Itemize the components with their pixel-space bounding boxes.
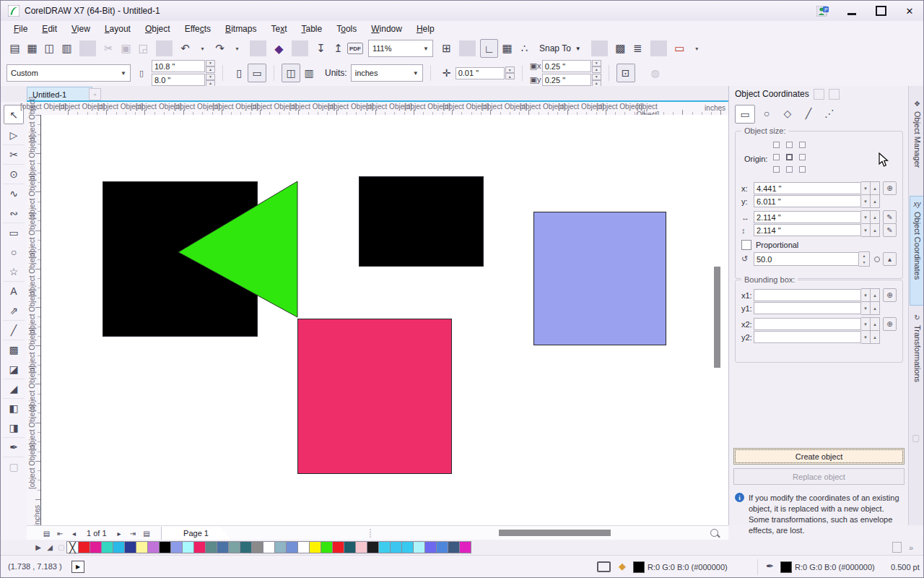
- spin-down-icon[interactable]: ▼: [861, 210, 871, 224]
- y1-field[interactable]: [754, 302, 861, 314]
- swatch-color[interactable]: [309, 541, 321, 553]
- spin-up-icon[interactable]: ▲: [871, 301, 880, 315]
- undo-dropdown-icon[interactable]: ▾: [194, 40, 211, 57]
- swatch-color[interactable]: [355, 541, 367, 553]
- menu-effects[interactable]: Effects: [178, 22, 218, 36]
- page-width-spinner[interactable]: ▼▲: [206, 60, 215, 73]
- swatch-color[interactable]: [170, 541, 183, 553]
- tab-object-coordinates[interactable]: xy Object Coordinates: [910, 196, 924, 306]
- spin-down-icon[interactable]: ▼: [861, 194, 871, 208]
- drag-handle-icon[interactable]: ┊: [368, 529, 373, 538]
- spin-down-icon[interactable]: ▼: [861, 330, 871, 344]
- menu-view[interactable]: View: [64, 22, 97, 36]
- toolbar-separator[interactable]: [250, 40, 266, 56]
- freehand-tool[interactable]: ∿: [4, 184, 23, 202]
- swatch-color[interactable]: [274, 541, 287, 553]
- swatch-color[interactable]: [448, 541, 460, 553]
- spin-up-icon[interactable]: ▲: [871, 223, 880, 237]
- toolbar-separator[interactable]: [156, 40, 173, 56]
- snap-to-dropdown[interactable]: Snap To ▼: [533, 43, 587, 53]
- edit-width-icon[interactable]: ✎: [883, 210, 897, 224]
- welcome-screen-icon[interactable]: ▭: [671, 40, 688, 57]
- duplicate-y-spinner[interactable]: ▼▲: [592, 74, 601, 87]
- interactive-fill-tool[interactable]: ◧: [4, 399, 23, 417]
- swatch-color[interactable]: [240, 541, 252, 553]
- zoom-indicator-icon[interactable]: [710, 529, 718, 537]
- nudge-distance-field[interactable]: 0.01 ": [456, 67, 505, 79]
- welcome-dropdown-icon[interactable]: ▾: [689, 40, 705, 57]
- docker-flyout-icon[interactable]: [814, 89, 824, 100]
- black-rectangle-2[interactable]: [359, 176, 484, 267]
- swatch-color[interactable]: [378, 541, 391, 553]
- spin-up-icon[interactable]: ▲: [871, 288, 880, 302]
- menu-edit[interactable]: Edit: [35, 22, 64, 36]
- document-color-settings-icon[interactable]: [597, 561, 611, 572]
- duplicate-x-spinner[interactable]: ▼▲: [592, 60, 601, 73]
- swatch-color[interactable]: [101, 541, 113, 553]
- swatch-color[interactable]: [413, 541, 425, 553]
- swatch-color[interactable]: [136, 541, 148, 553]
- export-icon[interactable]: ↥: [330, 40, 346, 57]
- spin-up-icon[interactable]: ▲: [871, 181, 880, 195]
- spin-up-icon[interactable]: ▲: [871, 210, 880, 224]
- swatch-color[interactable]: [344, 541, 356, 553]
- spin-up-icon[interactable]: ▲: [871, 330, 880, 344]
- specify-point-icon[interactable]: ⊕: [883, 317, 897, 331]
- menu-tools[interactable]: Tools: [329, 22, 364, 36]
- swatch-color[interactable]: [147, 541, 160, 553]
- spin-down-icon[interactable]: ▼: [861, 288, 871, 302]
- coord-polygon-icon[interactable]: ◇: [778, 105, 797, 122]
- y2-field[interactable]: [754, 331, 861, 343]
- edit-fill-tool[interactable]: ▢: [4, 457, 23, 475]
- outline-pen-tool[interactable]: ✒: [4, 438, 23, 456]
- palette-options-icon[interactable]: [892, 542, 902, 553]
- artistic-media-tool[interactable]: ∾: [4, 204, 23, 222]
- spin-up-icon[interactable]: ▲: [871, 194, 880, 208]
- coord-multipoint-icon[interactable]: ⋰: [820, 105, 839, 122]
- horizontal-ruler[interactable]: [object Object][object Object][object Ob…: [40, 102, 728, 116]
- status-expand-icon[interactable]: ▶: [71, 561, 84, 573]
- duplicate-x-field[interactable]: 0.25 ": [542, 60, 591, 72]
- last-page-icon[interactable]: ⇥: [126, 527, 140, 540]
- first-page-icon[interactable]: ⇤: [53, 527, 67, 540]
- swatch-color[interactable]: [401, 541, 414, 553]
- width-field[interactable]: 2.114 ": [754, 211, 861, 223]
- nudge-spinner[interactable]: ▼▲: [505, 66, 515, 79]
- swatch-color[interactable]: [332, 541, 344, 553]
- swatch-color[interactable]: [367, 541, 379, 553]
- spin-down-icon[interactable]: ▼: [861, 317, 871, 331]
- dimension-tool[interactable]: ⇗: [4, 301, 23, 319]
- smart-fill-tool[interactable]: ◨: [4, 418, 23, 436]
- coord-ellipse-icon[interactable]: ○: [757, 105, 776, 122]
- swatch-color[interactable]: [193, 541, 206, 553]
- spin-up-icon[interactable]: ▲: [871, 317, 880, 331]
- publish-pdf-icon[interactable]: PDF: [347, 43, 363, 54]
- text-tool[interactable]: A: [4, 282, 23, 300]
- undo-icon[interactable]: ↶: [177, 40, 193, 57]
- open-icon[interactable]: ▦: [24, 40, 40, 57]
- toolbar-separator[interactable]: [292, 40, 308, 56]
- polygon-tool[interactable]: ☆: [4, 262, 23, 280]
- page-height-field[interactable]: 8.0 ": [152, 74, 205, 86]
- swatch-color[interactable]: [113, 541, 125, 553]
- swatch-color[interactable]: [390, 541, 402, 553]
- menu-table[interactable]: Table: [295, 22, 330, 36]
- menu-object[interactable]: Object: [138, 22, 178, 36]
- zoom-tool[interactable]: ⊙: [4, 165, 23, 183]
- document-tab-close-icon[interactable]: ▫: [89, 88, 101, 100]
- sign-in-icon[interactable]: P: [816, 6, 829, 17]
- drop-shadow-tool[interactable]: ▩: [4, 340, 23, 358]
- previous-page-icon[interactable]: ◂: [67, 527, 81, 540]
- new-document-icon[interactable]: ▤: [6, 40, 23, 57]
- zoom-relative-icon[interactable]: ⊞: [438, 40, 455, 57]
- duplicate-y-field[interactable]: 0.25 ": [542, 74, 591, 86]
- page-width-field[interactable]: 10.8 ": [152, 60, 205, 72]
- app-launcher-icon[interactable]: ◆: [271, 40, 287, 57]
- view-options-icon[interactable]: ≣: [629, 40, 646, 57]
- menu-layout[interactable]: Layout: [97, 22, 138, 36]
- menu-file[interactable]: File: [6, 22, 35, 36]
- proportional-checkbox[interactable]: [741, 240, 751, 250]
- menu-help[interactable]: Help: [409, 22, 442, 36]
- create-object-button[interactable]: Create object: [733, 448, 905, 465]
- redo-dropdown-icon[interactable]: ▾: [229, 40, 245, 57]
